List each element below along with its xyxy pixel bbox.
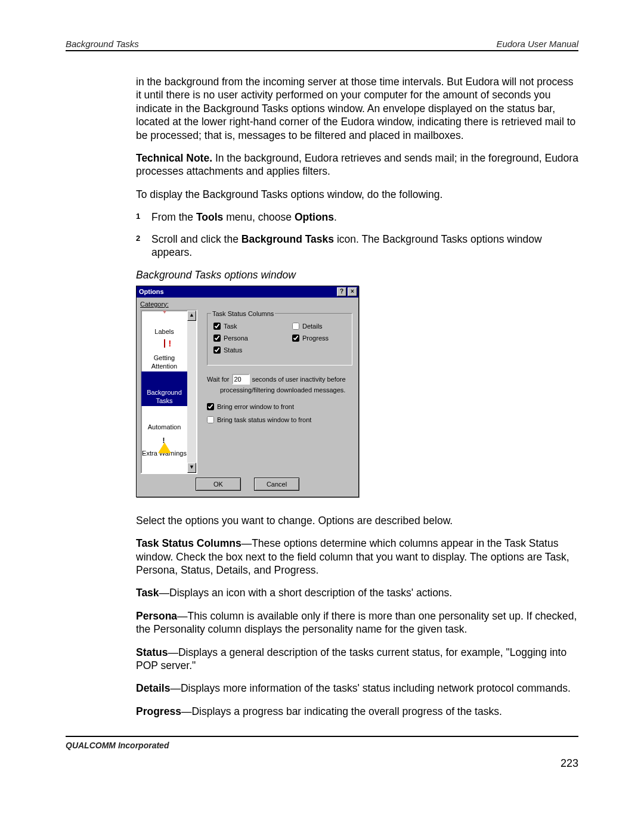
titlebar[interactable]: Options ? × [137, 286, 358, 298]
step-num: 1 [136, 212, 140, 222]
header-right: Eudora User Manual [496, 39, 578, 49]
chk-status-front[interactable]: Bring task status window to front [207, 416, 352, 424]
para-display: To display the Background Tasks options … [136, 188, 578, 201]
b: Task Status Columns [136, 537, 242, 549]
chk-status-front-label: Bring task status window to front [217, 416, 311, 424]
chk-error-front-label: Bring error window to front [217, 402, 294, 411]
desc-persona: Persona—This column is available only if… [136, 609, 578, 636]
category-item-getting-attention[interactable]: Getting Attention [141, 337, 187, 371]
dialog-title: Options [139, 287, 164, 296]
cat-label: Background Tasks [147, 389, 182, 404]
wait-seconds-input[interactable] [232, 374, 250, 385]
chk-status[interactable]: Status [213, 346, 268, 354]
step-1: 1 From the Tools menu, choose Options. [136, 210, 578, 224]
header-rule [66, 50, 578, 51]
running-footer: QUALCOMM Incorporated 223 [66, 741, 578, 770]
wait-suffix: seconds of user inactivity before [252, 375, 346, 383]
content: in the background from the incoming serv… [136, 75, 578, 718]
para-technote: Technical Note. In the background, Eudor… [136, 151, 578, 178]
chk-task-label: Task [224, 322, 237, 330]
category-item-partial[interactable] [141, 459, 187, 472]
desc-details: Details—Displays more information of the… [136, 682, 578, 695]
t: —Displays more information of the tasks'… [170, 682, 571, 694]
category-scrollbar[interactable]: ▲ ▼ [187, 311, 196, 473]
chk-persona[interactable]: Persona [213, 334, 268, 342]
labels-icon [157, 313, 172, 326]
category-item-background-tasks[interactable]: Background Tasks [141, 371, 187, 406]
chk-error-front-input[interactable] [207, 403, 214, 410]
scroll-up-icon[interactable]: ▲ [187, 311, 196, 321]
running-header: Background Tasks Eudora User Manual [66, 39, 578, 49]
misc-icon [157, 461, 172, 469]
cancel-button[interactable]: Cancel [254, 478, 299, 491]
desc-progress: Progress—Displays a progress bar indicat… [136, 705, 578, 718]
header-left: Background Tasks [66, 39, 139, 49]
chk-status-front-input[interactable] [207, 416, 214, 423]
chk-task[interactable]: Task [213, 322, 268, 330]
scroll-down-icon[interactable]: ▼ [187, 463, 196, 473]
b: Status [136, 646, 168, 658]
page: Background Tasks Eudora User Manual in t… [0, 0, 644, 833]
step-num: 2 [136, 234, 140, 244]
titlebar-buttons: ? × [337, 287, 357, 296]
steps-list: 1 From the Tools menu, choose Options. 2… [136, 210, 578, 259]
b: Task [136, 587, 159, 599]
t: —Displays an icon with a short descripti… [159, 587, 453, 599]
b: Details [136, 682, 170, 694]
cat-label: Labels [154, 328, 174, 335]
technote-label: Technical Note. [136, 152, 212, 164]
desc-task: Task—Displays an icon with a short descr… [136, 586, 578, 599]
desc-task-status-columns: Task Status Columns—These options determ… [136, 537, 578, 577]
task-status-columns-group: Task Status Columns Task Details Persona… [207, 313, 352, 366]
t: Scroll and click the [151, 233, 242, 245]
chk-progress-input[interactable] [292, 335, 299, 342]
close-icon[interactable]: × [348, 287, 357, 296]
attention-icon [157, 339, 172, 352]
figure-caption: Background Tasks options window [136, 268, 578, 281]
wait-line: Wait for seconds of user inactivity befo… [207, 374, 352, 385]
category-items: Labels Getting Attention Background Task… [141, 311, 187, 473]
chk-status-input[interactable] [213, 346, 221, 354]
footer-company: QUALCOMM Incorporated [66, 741, 169, 750]
chk-error-front[interactable]: Bring error window to front [207, 402, 352, 411]
warning-icon [157, 435, 172, 448]
dialog-buttons: OK Cancel [140, 478, 355, 491]
chk-progress[interactable]: Progress [292, 334, 347, 342]
help-icon[interactable]: ? [337, 287, 346, 296]
chk-persona-input[interactable] [213, 335, 221, 342]
para-after1: Select the options you want to change. O… [136, 514, 578, 527]
t: . [334, 211, 337, 223]
t: —Displays a general description of the t… [136, 646, 566, 671]
wait-line2: processing/filtering downloaded messages… [207, 386, 352, 394]
chk-task-input[interactable] [213, 323, 221, 330]
scroll-track[interactable] [187, 321, 196, 463]
ok-button[interactable]: OK [196, 478, 241, 491]
chk-details-label: Details [302, 322, 323, 330]
desc-status: Status—Displays a general description of… [136, 646, 578, 673]
para-intro: in the background from the incoming serv… [136, 75, 578, 142]
step-2: 2 Scroll and click the Background Tasks … [136, 233, 578, 259]
chk-details-input[interactable] [292, 323, 299, 330]
cat-label: Getting Attention [151, 354, 177, 370]
t: Tools [196, 211, 223, 223]
b: Progress [136, 705, 181, 717]
category-item-labels[interactable]: Labels [141, 311, 187, 337]
category-item-automation[interactable]: Automation [141, 406, 187, 432]
t: From the [151, 211, 196, 223]
chk-status-label: Status [224, 346, 242, 354]
right-pane: Task Status Columns Task Details Persona… [197, 309, 355, 474]
t: —Displays a progress bar indicating the … [181, 705, 502, 717]
chk-details[interactable]: Details [292, 322, 347, 330]
category-item-extra-warnings[interactable]: Extra Warnings [141, 432, 187, 459]
category-list[interactable]: Labels Getting Attention Background Task… [140, 309, 197, 474]
t: menu, choose [223, 211, 295, 223]
wait-prefix: Wait for [207, 375, 230, 383]
background-tasks-icon [157, 374, 172, 387]
footer-rule [66, 736, 578, 737]
t: —This column is available only if there … [136, 610, 577, 635]
chk-persona-label: Persona [224, 334, 248, 342]
automation-icon [157, 408, 172, 422]
cat-label: Automation [148, 423, 181, 431]
t: Background Tasks [242, 233, 334, 245]
category-label: Category: [140, 300, 169, 308]
